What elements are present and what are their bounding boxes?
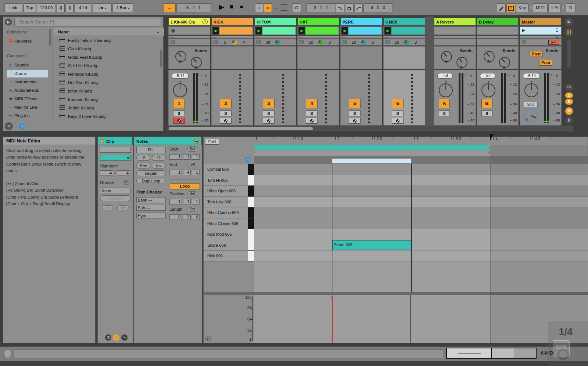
- nudge-back-button[interactable]: <<: [102, 205, 113, 210]
- track-activator[interactable]: 6: [392, 99, 404, 108]
- solo-button[interactable]: S: [481, 110, 492, 116]
- volume-field[interactable]: -5.14: [523, 73, 540, 79]
- clip[interactable]: [305, 27, 338, 35]
- end-beat-field[interactable]: 4: [183, 170, 191, 175]
- arm-button[interactable]: [392, 118, 404, 124]
- solo-button[interactable]: S: [220, 110, 232, 116]
- piano-key[interactable]: [248, 197, 254, 208]
- velocity-stem[interactable]: [332, 298, 333, 343]
- loop-region-bar[interactable]: [253, 145, 490, 150]
- io-section-toggle[interactable]: I-O: [565, 83, 573, 91]
- row-label[interactable]: Snare 606: [204, 240, 248, 251]
- file-row[interactable]: Grit Life Kit.adg: [53, 62, 159, 70]
- clip-active-icon[interactable]: [100, 139, 104, 143]
- clip-slot[interactable]: ▶: [383, 26, 425, 35]
- clip-slot-partial[interactable]: [297, 36, 339, 39]
- bank-select-field[interactable]: Bank ---: [136, 197, 166, 203]
- browser-wave-icon[interactable]: ≈: [5, 122, 13, 130]
- clip-stop-button[interactable]: [343, 40, 347, 44]
- sidebar-item-sounds[interactable]: ♬Sounds: [7, 61, 50, 69]
- set-start-button[interactable]: Set: [187, 146, 197, 152]
- stop-button[interactable]: ■: [229, 3, 233, 11]
- start-beat-field[interactable]: 1: [183, 154, 191, 160]
- clip-box-header[interactable]: Clip: [98, 137, 133, 145]
- row-label[interactable]: Hihat Closed 606: [204, 218, 248, 229]
- row-label[interactable]: Kick 606: [204, 251, 248, 262]
- invert-button[interactable]: Inv: [152, 163, 166, 168]
- pan-knob[interactable]: [439, 83, 453, 97]
- end-marker-icon[interactable]: ‹: [488, 149, 490, 155]
- row-label[interactable]: Cymbal 606: [204, 164, 248, 175]
- browser-preview-play-icon[interactable]: ▶: [5, 18, 12, 26]
- nudge-forward-button[interactable]: >>: [117, 205, 129, 210]
- clip-stop-button[interactable]: [214, 40, 218, 44]
- clip[interactable]: [348, 27, 381, 35]
- loop-toggle-button[interactable]: [345, 3, 354, 12]
- clip-stop-button[interactable]: [257, 40, 261, 44]
- piano-key[interactable]: [248, 207, 254, 218]
- volume-field[interactable]: -Inf: [480, 73, 495, 79]
- piano-key[interactable]: [248, 229, 254, 240]
- session-record-button[interactable]: ∞: [264, 3, 272, 12]
- track-header[interactable]: PERC: [340, 18, 382, 26]
- file-row[interactable]: Gotta Feel Kit.adg: [53, 53, 159, 62]
- solo-button[interactable]: S: [306, 110, 318, 116]
- signature-numerator-field[interactable]: 4: [100, 170, 113, 176]
- tap-tempo-button[interactable]: Tap: [24, 3, 36, 12]
- loop-length-field[interactable]: 4. 0. 0: [363, 3, 393, 13]
- end-sixteenth-field[interactable]: 1: [192, 170, 200, 175]
- position-bar-field[interactable]: 1: [169, 199, 182, 204]
- pre-post-b-button[interactable]: Post: [539, 60, 552, 66]
- solo-button[interactable]: S: [349, 110, 361, 116]
- file-row[interactable]: Jarble Kit.adg: [53, 104, 159, 112]
- browser-hotswap-icon[interactable]: ∩: [19, 123, 25, 130]
- notes-fold-arrow-icon[interactable]: ➜: [194, 139, 199, 144]
- key-map-button[interactable]: Key: [516, 3, 528, 12]
- groove-menu[interactable]: None: [100, 188, 131, 193]
- follow-button[interactable]: →: [163, 3, 176, 12]
- track-activator[interactable]: 4: [306, 99, 318, 108]
- time-signature-field[interactable]: 4 / 4: [74, 3, 92, 12]
- clip[interactable]: [262, 27, 295, 35]
- search-input[interactable]: Search (Cmd + F): [14, 18, 161, 26]
- midi-note-snare[interactable]: Snare 606: [332, 240, 411, 250]
- overview-menu-icon[interactable]: ≡: [564, 18, 573, 26]
- legato-button[interactable]: Legato: [136, 170, 166, 176]
- piano-key[interactable]: [248, 164, 254, 175]
- back-to-arrangement-button[interactable]: ←: [273, 4, 279, 10]
- clip-slot-partial[interactable]: [340, 36, 382, 39]
- grid-empty-area[interactable]: [254, 262, 588, 293]
- sidebar-item-instruments[interactable]: ◔Instruments: [7, 78, 50, 86]
- quantization-menu[interactable]: 1 Bar ▾: [112, 3, 133, 12]
- sidebar-item-audio-effects[interactable]: ∿Audio Effects: [7, 87, 50, 94]
- hotswap-icon[interactable]: ∩: [245, 157, 251, 163]
- pan-knob[interactable]: [173, 83, 187, 97]
- row-label[interactable]: Hihat Combo 606: [204, 207, 248, 218]
- file-row[interactable]: Funky Tekno Tribe.adg: [53, 36, 159, 45]
- clip-slot[interactable]: ▶: [211, 26, 253, 35]
- file-row[interactable]: Ironman Kit.adg: [53, 95, 159, 104]
- beat-time-ruler[interactable]: 1 1.1.3 1.2 1.2.3 1.3 1.3.3 1.4 1.4.3: [254, 137, 588, 145]
- piano-key[interactable]: [248, 186, 254, 197]
- arm-button[interactable]: [173, 118, 185, 124]
- clip-stop-button[interactable]: [300, 40, 304, 44]
- row-label[interactable]: Kick Mod 606: [204, 229, 248, 240]
- fold-button[interactable]: Fold: [205, 139, 219, 145]
- mixer-view-icon[interactable]: |||: [564, 28, 573, 37]
- arrangement-overdub-button[interactable]: O: [292, 3, 301, 12]
- position-beat-field[interactable]: 1: [183, 199, 191, 204]
- track-activator[interactable]: 2: [220, 99, 232, 108]
- row-label[interactable]: Tom Low 606: [204, 197, 248, 208]
- loop-toggle[interactable]: Loop: [170, 183, 200, 189]
- file-row[interactable]: Heritage Kit.adg: [53, 70, 159, 79]
- track-fold-icon[interactable]: ▼: [202, 19, 208, 24]
- track-header[interactable]: A Reverb: [434, 18, 476, 26]
- scrub-area[interactable]: [254, 156, 588, 164]
- pan-knob[interactable]: [481, 83, 495, 97]
- track-activator[interactable]: 5: [349, 99, 361, 108]
- set-length-button[interactable]: Set: [187, 207, 197, 212]
- clip-stop-button[interactable]: [171, 40, 175, 44]
- session-hscroll-thumb[interactable]: [169, 127, 313, 130]
- punch-in-button[interactable]: [336, 3, 344, 12]
- velocity-marker[interactable]: [331, 296, 333, 299]
